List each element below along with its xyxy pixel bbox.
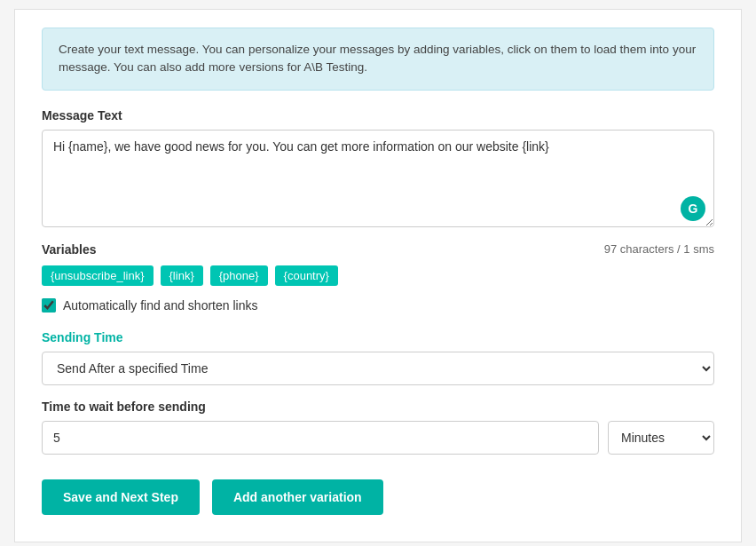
char-count: 97 characters / 1 sms — [604, 242, 714, 256]
message-textarea-wrapper: Hi {name}, we have good news for you. Yo… — [42, 130, 714, 230]
message-textarea[interactable]: Hi {name}, we have good news for you. Yo… — [42, 130, 714, 227]
info-text: Create your text message. You can person… — [59, 43, 696, 74]
info-box: Create your text message. You can person… — [42, 28, 714, 91]
variables-row: Variables 97 characters / 1 sms — [42, 242, 714, 257]
grammarly-icon[interactable]: G — [681, 196, 705, 221]
message-text-label: Message Text — [42, 108, 714, 123]
tag-country[interactable]: {country} — [275, 265, 338, 286]
variables-tags: {unsubscribe_link} {link} {phone} {count… — [42, 265, 714, 286]
time-row: Minutes Hours Days — [42, 421, 714, 455]
sending-time-select[interactable]: Send After a specified Time Send Immedia… — [42, 352, 714, 385]
save-next-button[interactable]: Save and Next Step — [42, 479, 200, 515]
time-value-input[interactable] — [42, 421, 599, 455]
time-unit-select[interactable]: Minutes Hours Days — [608, 421, 714, 455]
variables-label: Variables — [42, 242, 97, 257]
time-to-wait-label: Time to wait before sending — [42, 400, 714, 414]
buttons-row: Save and Next Step Add another variation — [42, 479, 714, 515]
add-variation-button[interactable]: Add another variation — [212, 479, 383, 515]
main-container: Create your text message. You can person… — [14, 9, 742, 542]
auto-shorten-label: Automatically find and shorten links — [63, 298, 257, 313]
sending-time-label: Sending Time — [42, 330, 714, 344]
auto-shorten-row: Automatically find and shorten links — [42, 298, 714, 313]
tag-link[interactable]: {link} — [161, 265, 203, 286]
tag-unsubscribe-link[interactable]: {unsubscribe_link} — [42, 265, 154, 286]
tag-phone[interactable]: {phone} — [210, 265, 268, 286]
auto-shorten-checkbox[interactable] — [42, 298, 56, 313]
